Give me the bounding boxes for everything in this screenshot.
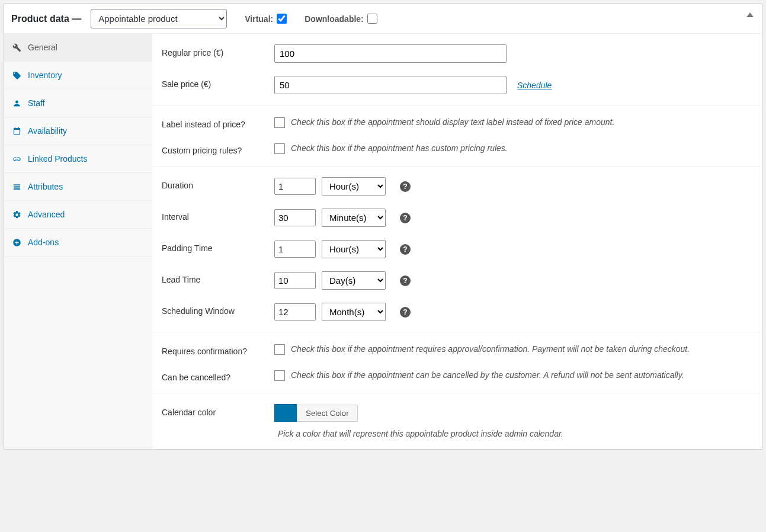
regular-price-label: Regular price (€) xyxy=(162,44,274,57)
sidebar-item-label: General xyxy=(28,43,57,52)
requires-confirmation-checkbox[interactable] xyxy=(274,344,285,355)
window-input[interactable] xyxy=(274,303,316,321)
pricing-section: Regular price (€) Sale price (€) Schedul… xyxy=(152,34,762,105)
sidebar-item-advanced[interactable]: Advanced xyxy=(4,201,152,229)
color-swatch[interactable] xyxy=(274,404,297,422)
color-section: Calendar color Select Color Pick a color… xyxy=(152,393,762,449)
plus-circle-icon xyxy=(12,238,22,247)
sidebar-item-label: Add-ons xyxy=(28,238,59,247)
gear-icon xyxy=(12,210,22,219)
confirmation-section: Requires confirmation? Check this box if… xyxy=(152,332,762,393)
help-icon[interactable]: ? xyxy=(400,307,411,318)
downloadable-checkbox[interactable] xyxy=(367,14,377,24)
content-area: Regular price (€) Sale price (€) Schedul… xyxy=(152,34,762,449)
collapse-toggle-icon[interactable] xyxy=(746,12,754,17)
sidebar-item-attributes[interactable]: Attributes xyxy=(4,173,152,201)
sidebar: General Inventory Staff Availability xyxy=(4,34,152,449)
pricing-options-section: Label instead of price? Check this box i… xyxy=(152,105,762,166)
duration-input[interactable] xyxy=(274,178,316,195)
product-data-panel: Product data — Appointable product Virtu… xyxy=(4,4,762,450)
help-icon[interactable]: ? xyxy=(400,244,411,255)
product-type-select[interactable]: Appointable product xyxy=(91,9,227,28)
padding-unit-select[interactable]: Hour(s) xyxy=(322,240,386,258)
padding-label: Padding Time xyxy=(162,240,274,253)
padding-input[interactable] xyxy=(274,241,316,258)
lead-label: Lead Time xyxy=(162,271,274,284)
list-icon xyxy=(12,182,22,191)
schedule-link[interactable]: Schedule xyxy=(517,81,552,90)
window-unit-select[interactable]: Month(s) xyxy=(322,303,386,321)
help-icon[interactable]: ? xyxy=(400,275,411,286)
panel-title: Product data — xyxy=(11,14,81,24)
interval-unit-select[interactable]: Minute(s) xyxy=(322,209,386,227)
sidebar-item-label: Inventory xyxy=(28,70,62,80)
person-icon xyxy=(12,99,22,108)
sidebar-item-label: Attributes xyxy=(28,182,63,191)
label-instead-label: Label instead of price? xyxy=(162,116,274,129)
window-label: Scheduling Window xyxy=(162,303,274,316)
label-instead-checkbox[interactable] xyxy=(274,117,285,128)
sale-price-input[interactable] xyxy=(274,76,507,94)
sidebar-item-addons[interactable]: Add-ons xyxy=(4,229,152,257)
panel-header: Product data — Appointable product Virtu… xyxy=(4,4,762,34)
virtual-checkbox[interactable] xyxy=(277,14,287,24)
duration-label: Duration xyxy=(162,177,274,190)
label-instead-hint: Check this box if the appointment should… xyxy=(291,116,614,129)
custom-pricing-hint: Check this box if the appointment has cu… xyxy=(291,142,508,155)
sale-price-label: Sale price (€) xyxy=(162,76,274,89)
select-color-button[interactable]: Select Color xyxy=(297,405,358,422)
custom-pricing-checkbox[interactable] xyxy=(274,143,285,154)
sidebar-item-label: Availability xyxy=(28,126,67,136)
wrench-icon xyxy=(12,43,22,52)
custom-pricing-label: Custom pricing rules? xyxy=(162,142,274,155)
sidebar-item-label: Advanced xyxy=(28,210,65,219)
sidebar-item-general[interactable]: General xyxy=(4,34,152,62)
sidebar-item-availability[interactable]: Availability xyxy=(4,117,152,145)
sidebar-item-inventory[interactable]: Inventory xyxy=(4,62,152,89)
sidebar-item-label: Staff xyxy=(28,98,45,108)
timing-section: Duration Hour(s) ? Interval Minute(s) ? xyxy=(152,166,762,332)
link-icon xyxy=(12,155,22,164)
lead-input[interactable] xyxy=(274,272,316,289)
help-icon[interactable]: ? xyxy=(400,213,411,223)
virtual-checkbox-label[interactable]: Virtual: xyxy=(245,14,287,24)
help-icon[interactable]: ? xyxy=(400,181,411,192)
interval-input[interactable] xyxy=(274,209,316,226)
calendar-color-hint: Pick a color that will represent this ap… xyxy=(274,429,752,438)
can-be-cancelled-checkbox[interactable] xyxy=(274,370,285,381)
lead-unit-select[interactable]: Day(s) xyxy=(322,271,386,290)
calendar-icon xyxy=(12,127,22,136)
can-be-cancelled-label: Can be cancelled? xyxy=(162,369,274,382)
can-be-cancelled-hint: Check this box if the appointment can be… xyxy=(291,369,752,382)
sidebar-item-staff[interactable]: Staff xyxy=(4,89,152,117)
interval-label: Interval xyxy=(162,209,274,222)
downloadable-checkbox-label[interactable]: Downloadable: xyxy=(305,14,377,24)
sidebar-item-linked-products[interactable]: Linked Products xyxy=(4,145,152,173)
calendar-color-label: Calendar color xyxy=(162,404,274,417)
regular-price-input[interactable] xyxy=(274,44,507,63)
tag-icon xyxy=(12,71,22,80)
requires-confirmation-hint: Check this box if the appointment requir… xyxy=(291,343,752,355)
sidebar-item-label: Linked Products xyxy=(28,154,87,164)
duration-unit-select[interactable]: Hour(s) xyxy=(322,177,386,196)
requires-confirmation-label: Requires confirmation? xyxy=(162,343,274,356)
